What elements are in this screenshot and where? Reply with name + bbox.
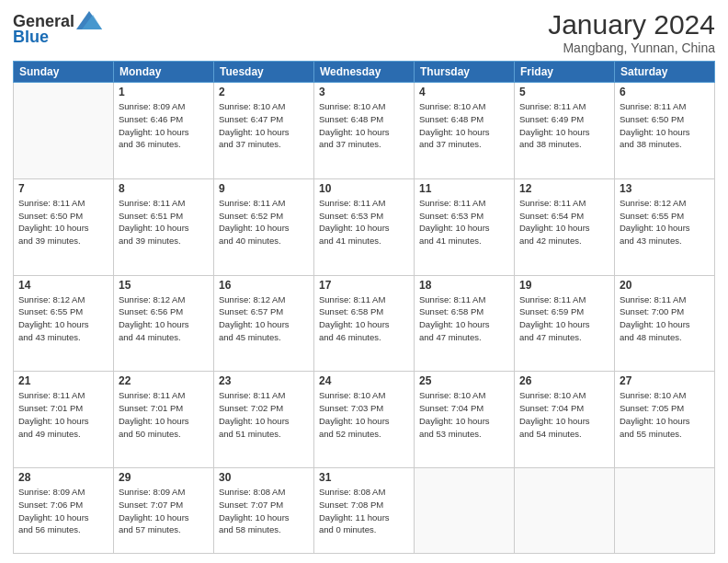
day-cell: 18Sunrise: 8:11 AM Sunset: 6:58 PM Dayli…: [415, 275, 515, 372]
month-title: January 2024: [548, 9, 715, 40]
day-cell: 3Sunrise: 8:10 AM Sunset: 6:48 PM Daylig…: [314, 83, 415, 179]
calendar-table: SundayMondayTuesdayWednesdayThursdayFrid…: [13, 61, 715, 554]
day-cell: 5Sunrise: 8:11 AM Sunset: 6:49 PM Daylig…: [515, 83, 615, 179]
day-cell: 13Sunrise: 8:12 AM Sunset: 6:55 PM Dayli…: [615, 178, 715, 275]
day-number: 2: [219, 86, 309, 98]
week-row-4: 21Sunrise: 8:11 AM Sunset: 7:01 PM Dayli…: [14, 372, 715, 468]
day-info: Sunrise: 8:10 AM Sunset: 7:04 PM Dayligh…: [519, 389, 609, 440]
day-info: Sunrise: 8:10 AM Sunset: 7:05 PM Dayligh…: [620, 389, 710, 440]
day-cell: 1Sunrise: 8:09 AM Sunset: 6:46 PM Daylig…: [114, 83, 214, 179]
col-header-thursday: Thursday: [415, 62, 515, 83]
day-number: 31: [319, 471, 409, 484]
col-header-monday: Monday: [114, 62, 214, 83]
day-cell: 22Sunrise: 8:11 AM Sunset: 7:01 PM Dayli…: [114, 372, 214, 468]
day-cell: 16Sunrise: 8:12 AM Sunset: 6:57 PM Dayli…: [214, 275, 314, 372]
day-info: Sunrise: 8:12 AM Sunset: 6:56 PM Dayligh…: [119, 293, 209, 344]
day-number: 6: [620, 86, 710, 98]
day-info: Sunrise: 8:11 AM Sunset: 7:00 PM Dayligh…: [620, 293, 710, 344]
day-info: Sunrise: 8:09 AM Sunset: 7:06 PM Dayligh…: [18, 486, 108, 536]
week-row-2: 7Sunrise: 8:11 AM Sunset: 6:50 PM Daylig…: [14, 178, 715, 275]
day-cell: 24Sunrise: 8:10 AM Sunset: 7:03 PM Dayli…: [314, 372, 415, 468]
logo-icon: [76, 11, 102, 29]
logo-text-blue: Blue: [13, 28, 102, 47]
day-cell: [615, 468, 715, 554]
week-row-1: 1Sunrise: 8:09 AM Sunset: 6:46 PM Daylig…: [14, 83, 715, 179]
day-number: 20: [620, 279, 710, 292]
day-info: Sunrise: 8:12 AM Sunset: 6:55 PM Dayligh…: [620, 197, 710, 247]
day-number: 23: [219, 374, 309, 387]
calendar-page: General Blue January 2024 Mangbang, Yunn…: [0, 0, 728, 563]
day-cell: 17Sunrise: 8:11 AM Sunset: 6:58 PM Dayli…: [314, 275, 415, 372]
day-info: Sunrise: 8:10 AM Sunset: 7:04 PM Dayligh…: [419, 389, 509, 440]
day-info: Sunrise: 8:11 AM Sunset: 6:50 PM Dayligh…: [620, 100, 710, 151]
day-cell: 7Sunrise: 8:11 AM Sunset: 6:50 PM Daylig…: [14, 178, 114, 275]
day-number: 1: [119, 86, 209, 98]
day-number: 28: [18, 471, 108, 484]
day-number: 9: [219, 182, 309, 195]
calendar-header-row: SundayMondayTuesdayWednesdayThursdayFrid…: [14, 62, 715, 83]
day-cell: 4Sunrise: 8:10 AM Sunset: 6:48 PM Daylig…: [415, 83, 515, 179]
day-info: Sunrise: 8:11 AM Sunset: 6:52 PM Dayligh…: [219, 197, 309, 247]
title-block: January 2024 Mangbang, Yunnan, China: [548, 9, 715, 55]
day-number: 3: [319, 86, 409, 98]
day-number: 13: [620, 182, 710, 195]
header: General Blue January 2024 Mangbang, Yunn…: [13, 9, 715, 55]
day-info: Sunrise: 8:11 AM Sunset: 6:51 PM Dayligh…: [119, 197, 209, 247]
day-cell: 10Sunrise: 8:11 AM Sunset: 6:53 PM Dayli…: [314, 178, 415, 275]
day-number: 17: [319, 279, 409, 292]
day-number: 5: [519, 86, 609, 98]
day-cell: 30Sunrise: 8:08 AM Sunset: 7:07 PM Dayli…: [214, 468, 314, 554]
col-header-saturday: Saturday: [615, 62, 715, 83]
day-info: Sunrise: 8:11 AM Sunset: 6:58 PM Dayligh…: [419, 293, 509, 344]
day-info: Sunrise: 8:10 AM Sunset: 6:48 PM Dayligh…: [419, 100, 509, 151]
day-cell: 29Sunrise: 8:09 AM Sunset: 7:07 PM Dayli…: [114, 468, 214, 554]
day-cell: 11Sunrise: 8:11 AM Sunset: 6:53 PM Dayli…: [415, 178, 515, 275]
day-info: Sunrise: 8:08 AM Sunset: 7:08 PM Dayligh…: [319, 486, 409, 536]
day-number: 19: [519, 279, 609, 292]
week-row-3: 14Sunrise: 8:12 AM Sunset: 6:55 PM Dayli…: [14, 275, 715, 372]
day-info: Sunrise: 8:11 AM Sunset: 6:49 PM Dayligh…: [519, 100, 609, 151]
day-cell: 31Sunrise: 8:08 AM Sunset: 7:08 PM Dayli…: [314, 468, 415, 554]
day-number: 4: [419, 86, 509, 98]
day-info: Sunrise: 8:11 AM Sunset: 7:01 PM Dayligh…: [119, 389, 209, 440]
day-cell: 21Sunrise: 8:11 AM Sunset: 7:01 PM Dayli…: [14, 372, 114, 468]
week-row-5: 28Sunrise: 8:09 AM Sunset: 7:06 PM Dayli…: [14, 468, 715, 554]
day-cell: [14, 83, 114, 179]
day-info: Sunrise: 8:09 AM Sunset: 7:07 PM Dayligh…: [119, 486, 209, 536]
day-number: 27: [620, 374, 710, 387]
day-info: Sunrise: 8:11 AM Sunset: 7:02 PM Dayligh…: [219, 389, 309, 440]
day-number: 25: [419, 374, 509, 387]
day-cell: 9Sunrise: 8:11 AM Sunset: 6:52 PM Daylig…: [214, 178, 314, 275]
day-cell: 2Sunrise: 8:10 AM Sunset: 6:47 PM Daylig…: [214, 83, 314, 179]
day-number: 8: [119, 182, 209, 195]
day-number: 22: [119, 374, 209, 387]
day-cell: 25Sunrise: 8:10 AM Sunset: 7:04 PM Dayli…: [415, 372, 515, 468]
day-info: Sunrise: 8:12 AM Sunset: 6:57 PM Dayligh…: [219, 293, 309, 344]
day-number: 18: [419, 279, 509, 292]
location: Mangbang, Yunnan, China: [548, 40, 715, 55]
day-cell: 28Sunrise: 8:09 AM Sunset: 7:06 PM Dayli…: [14, 468, 114, 554]
day-cell: 27Sunrise: 8:10 AM Sunset: 7:05 PM Dayli…: [615, 372, 715, 468]
day-number: 16: [219, 279, 309, 292]
col-header-sunday: Sunday: [14, 62, 114, 83]
day-info: Sunrise: 8:11 AM Sunset: 6:53 PM Dayligh…: [419, 197, 509, 247]
day-cell: 8Sunrise: 8:11 AM Sunset: 6:51 PM Daylig…: [114, 178, 214, 275]
day-cell: 26Sunrise: 8:10 AM Sunset: 7:04 PM Dayli…: [515, 372, 615, 468]
day-cell: 20Sunrise: 8:11 AM Sunset: 7:00 PM Dayli…: [615, 275, 715, 372]
day-number: 26: [519, 374, 609, 387]
day-cell: 14Sunrise: 8:12 AM Sunset: 6:55 PM Dayli…: [14, 275, 114, 372]
day-number: 21: [18, 374, 108, 387]
day-cell: 19Sunrise: 8:11 AM Sunset: 6:59 PM Dayli…: [515, 275, 615, 372]
day-number: 30: [219, 471, 309, 484]
day-cell: 12Sunrise: 8:11 AM Sunset: 6:54 PM Dayli…: [515, 178, 615, 275]
day-info: Sunrise: 8:11 AM Sunset: 6:58 PM Dayligh…: [319, 293, 409, 344]
day-number: 7: [18, 182, 108, 195]
day-number: 12: [519, 182, 609, 195]
day-number: 11: [419, 182, 509, 195]
day-info: Sunrise: 8:11 AM Sunset: 6:54 PM Dayligh…: [519, 197, 609, 247]
day-cell: 6Sunrise: 8:11 AM Sunset: 6:50 PM Daylig…: [615, 83, 715, 179]
day-cell: [415, 468, 515, 554]
day-cell: 15Sunrise: 8:12 AM Sunset: 6:56 PM Dayli…: [114, 275, 214, 372]
day-number: 24: [319, 374, 409, 387]
day-info: Sunrise: 8:10 AM Sunset: 7:03 PM Dayligh…: [319, 389, 409, 440]
